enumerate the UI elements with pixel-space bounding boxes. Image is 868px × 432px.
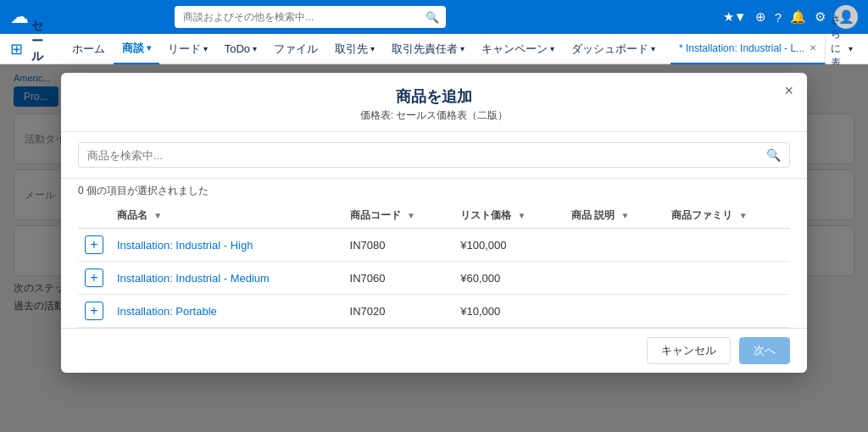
sort-icon: ▼ bbox=[621, 211, 630, 220]
add-product-button[interactable]: + bbox=[85, 269, 103, 287]
add-product-modal: × 商品を追加 価格表: セールス価格表（二版） 🔍 0 個の項目が選択されまし… bbox=[61, 73, 807, 373]
sort-icon: ▼ bbox=[518, 211, 526, 220]
modal-close-button[interactable]: × bbox=[784, 83, 793, 98]
price-cell: ¥10,000 bbox=[453, 295, 565, 328]
add-icon[interactable]: ⊕ bbox=[755, 9, 766, 25]
chevron-down-icon: ▾ bbox=[550, 44, 554, 53]
product-code-cell: IN7080 bbox=[343, 229, 454, 262]
description-cell bbox=[565, 229, 665, 262]
product-search-input[interactable] bbox=[87, 149, 760, 162]
sort-icon: ▼ bbox=[739, 211, 748, 220]
add-product-button[interactable]: + bbox=[85, 302, 103, 320]
nav-item-campaigns[interactable]: キャンペーン ▾ bbox=[473, 34, 563, 64]
product-table-body: + Installation: Industrial - High IN7080… bbox=[78, 229, 790, 328]
price-cell: ¥100,000 bbox=[453, 229, 565, 262]
modal-footer: キャンセル 次へ bbox=[61, 328, 807, 373]
next-button[interactable]: 次へ bbox=[739, 337, 790, 364]
product-search-area: 🔍 bbox=[61, 132, 807, 179]
nav-item-contacts[interactable]: 取引先責任者 ▾ bbox=[383, 34, 473, 64]
chevron-down-icon: ▾ bbox=[203, 44, 208, 53]
add-product-button[interactable]: + bbox=[85, 235, 103, 254]
search-icon: 🔍 bbox=[766, 148, 781, 162]
table-header: 商品名 ▼ 商品コード ▼ リスト価格 ▼ 商品 説明 bbox=[78, 203, 790, 229]
th-description[interactable]: 商品 説明 ▼ bbox=[565, 203, 665, 229]
chevron-down-icon: ▾ bbox=[651, 44, 655, 53]
product-code-cell: IN7020 bbox=[343, 295, 454, 328]
th-product-code[interactable]: 商品コード ▼ bbox=[343, 203, 454, 229]
family-cell bbox=[665, 295, 790, 328]
table-row: + Installation: Portable IN7020 ¥10,000 bbox=[78, 295, 790, 328]
modal-title: 商品を追加 bbox=[78, 86, 790, 107]
sort-icon: ▼ bbox=[153, 211, 162, 220]
open-tab-installation[interactable]: * Installation: Industrial - L... ✕ bbox=[670, 34, 826, 64]
chevron-down-icon: ▾ bbox=[253, 44, 257, 53]
chevron-down-icon: ▾ bbox=[147, 43, 151, 53]
th-add bbox=[78, 203, 110, 229]
global-search-box[interactable]: 🔍 bbox=[175, 6, 446, 28]
table-row: + Installation: Industrial - Medium IN70… bbox=[78, 262, 790, 295]
th-product-name[interactable]: 商品名 ▼ bbox=[110, 203, 343, 229]
product-code-cell: IN7060 bbox=[343, 262, 454, 295]
tab-label: * Installation: Industrial - L... bbox=[679, 42, 804, 54]
favorites-icon[interactable]: ★▼ bbox=[723, 9, 747, 25]
add-cell[interactable]: + bbox=[78, 295, 110, 328]
nav-item-deals[interactable]: 商談 ▾ bbox=[114, 34, 159, 64]
product-table: 商品名 ▼ 商品コード ▼ リスト価格 ▼ 商品 説明 bbox=[78, 203, 790, 328]
product-name-link[interactable]: Installation: Industrial - High bbox=[117, 239, 253, 252]
nav-item-leads[interactable]: リード ▾ bbox=[159, 34, 216, 64]
family-cell bbox=[665, 229, 790, 262]
modal-header: 商品を追加 価格表: セールス価格表（二版） bbox=[61, 73, 807, 132]
nav-item-dashboard[interactable]: ダッシュボード ▾ bbox=[563, 34, 664, 64]
product-table-wrap: 商品名 ▼ 商品コード ▼ リスト価格 ▼ 商品 説明 bbox=[61, 203, 807, 328]
cancel-button[interactable]: キャンセル bbox=[647, 337, 731, 364]
description-cell bbox=[565, 262, 665, 295]
top-bar: ☁ 🔍 ★▼ ⊕ ? 🔔 ⚙ 👤 bbox=[0, 0, 868, 34]
product-name-cell: Installation: Industrial - High bbox=[110, 229, 343, 262]
th-family[interactable]: 商品ファミリ ▼ bbox=[665, 203, 790, 229]
salesforce-logo: ☁ bbox=[10, 6, 29, 28]
nav-item-accounts[interactable]: 取引先 ▾ bbox=[326, 34, 383, 64]
modal-overlay: × 商品を追加 価格表: セールス価格表（二版） 🔍 0 個の項目が選択されまし… bbox=[0, 64, 868, 432]
chevron-down-icon: ▾ bbox=[460, 44, 465, 53]
description-cell bbox=[565, 295, 665, 328]
nav-item-home[interactable]: ホーム bbox=[64, 34, 114, 64]
close-icon[interactable]: ✕ bbox=[810, 43, 816, 53]
chevron-down-icon: ▾ bbox=[849, 44, 853, 53]
product-name-cell: Installation: Industrial - Medium bbox=[110, 262, 343, 295]
product-name-link[interactable]: Installation: Portable bbox=[117, 305, 217, 318]
table-row: + Installation: Industrial - High IN7080… bbox=[78, 229, 790, 262]
bell-icon[interactable]: 🔔 bbox=[790, 9, 806, 25]
product-name-link[interactable]: Installation: Industrial - Medium bbox=[117, 272, 270, 285]
product-name-cell: Installation: Portable bbox=[110, 295, 343, 328]
more-tabs-button[interactable]: さらに表示 ▾ bbox=[826, 34, 858, 64]
search-icon: 🔍 bbox=[426, 11, 439, 24]
app-switcher-icon[interactable]: ⊞ bbox=[10, 40, 23, 58]
selection-count: 0 個の項目が選択されました bbox=[61, 179, 807, 203]
add-cell[interactable]: + bbox=[78, 229, 110, 262]
help-icon[interactable]: ? bbox=[775, 10, 782, 25]
product-search-box[interactable]: 🔍 bbox=[78, 142, 790, 168]
chevron-down-icon: ▾ bbox=[370, 44, 375, 53]
sort-icon: ▼ bbox=[407, 211, 415, 220]
nav-bar: ⊞ セールス ホーム 商談 ▾ リード ▾ ToDo ▾ ファイル 取引先 ▾ … bbox=[0, 34, 868, 64]
global-search-input[interactable] bbox=[175, 6, 446, 28]
settings-icon[interactable]: ⚙ bbox=[815, 9, 826, 25]
modal-subtitle: 価格表: セールス価格表（二版） bbox=[78, 108, 790, 123]
price-cell: ¥60,000 bbox=[453, 262, 565, 295]
nav-item-files[interactable]: ファイル bbox=[265, 34, 326, 64]
th-list-price[interactable]: リスト価格 ▼ bbox=[453, 203, 565, 229]
family-cell bbox=[665, 262, 790, 295]
nav-item-todo[interactable]: ToDo ▾ bbox=[216, 34, 265, 64]
add-cell[interactable]: + bbox=[78, 262, 110, 295]
